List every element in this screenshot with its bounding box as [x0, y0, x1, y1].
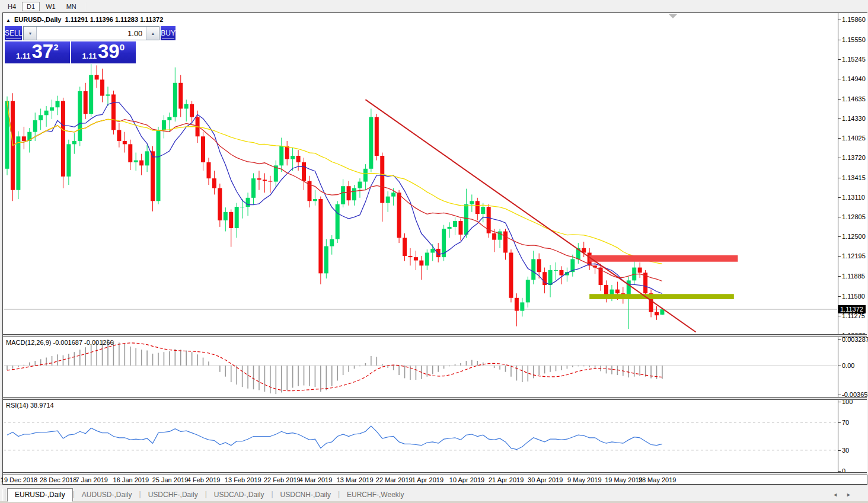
- chart-tab-audusd-daily[interactable]: AUDUSD-,Daily: [75, 489, 139, 501]
- axis-tick-mark: [838, 256, 841, 257]
- price-axis-label: 1.13415: [842, 174, 866, 181]
- price-axis-label: 1.14330: [842, 115, 866, 122]
- price-axis-label: 1.11885: [842, 273, 865, 280]
- price-axis-label: 1.14025: [842, 134, 866, 142]
- price-axis-label: 1.12195: [842, 252, 866, 259]
- axis-tick-mark: [838, 118, 841, 119]
- axis-tick-mark: [838, 402, 841, 402]
- volume-decrease-icon[interactable]: ▼: [24, 27, 37, 40]
- timeframe-toolbar: H4D1W1MN: [0, 0, 868, 12]
- axis-tick-mark: [838, 40, 841, 40]
- date-axis-label: 1 Apr 2019: [412, 476, 443, 483]
- axis-tick-mark: [838, 316, 841, 316]
- tab-scroll-left-icon[interactable]: ◄: [832, 492, 838, 498]
- date-axis-label: 19 May 2019: [605, 476, 643, 483]
- price-axis-label: 1.13720: [842, 154, 866, 161]
- axis-tick-mark: [838, 422, 841, 423]
- buy-price-prefix: 1.11: [82, 52, 97, 60]
- buy-price-sup: 0: [120, 42, 125, 52]
- sell-price-button[interactable]: 1.11 37 2: [5, 41, 70, 63]
- axis-tick-mark: [838, 276, 841, 277]
- date-axis-label: 4 Feb 2019: [187, 476, 221, 483]
- chart-tab-bar: EURUSD-,Daily|AUDUSD-,Daily|USDCHF-,Dail…: [0, 485, 868, 501]
- chart-tab-eurusd-daily[interactable]: EURUSD-,Daily: [7, 488, 73, 502]
- scroll-to-end-icon[interactable]: [669, 14, 677, 18]
- axis-tick-mark: [838, 296, 841, 297]
- trading-app-window: H4D1W1MN ▲EURUSD-,Daily 1.11291 1.11396 …: [0, 0, 868, 503]
- date-axis-label: 19 Dec 2018: [1, 476, 37, 483]
- price-axis-label: 1.12500: [842, 233, 866, 240]
- price-axis: 1.158601.155501.152451.149401.146351.143…: [838, 13, 867, 475]
- collapse-panel-arrow-icon[interactable]: ▲: [6, 18, 11, 23]
- price-axis-label: 1.15550: [842, 36, 866, 43]
- axis-tick-mark: [838, 450, 841, 451]
- date-axis-label: 22 Mar 2019: [376, 476, 413, 483]
- sell-price-big: 37: [32, 41, 54, 61]
- buy-price-big: 39: [98, 41, 120, 61]
- axis-tick-mark: [838, 236, 841, 237]
- chart-tab-usdchf-daily[interactable]: USDCHF-,Daily: [141, 489, 205, 501]
- price-axis-label: 1.14940: [842, 75, 866, 82]
- volume-input[interactable]: [37, 27, 146, 40]
- buy-price-button[interactable]: 1.11 39 0: [71, 41, 136, 63]
- axis-tick-mark: [838, 59, 841, 60]
- chart-symbol-label: EURUSD-,Daily: [14, 16, 61, 23]
- chart-ohlc-values: 1.11291 1.11396 1.11283 1.11372: [65, 16, 164, 23]
- timeframe-button-w1[interactable]: W1: [41, 2, 60, 11]
- sell-price-prefix: 1.11: [16, 52, 31, 60]
- price-axis-label: 1.12805: [842, 213, 866, 220]
- current-price-badge: 1.11372: [838, 305, 866, 313]
- price-axis-label: 1.14635: [842, 95, 866, 102]
- date-axis-label: 30 Apr 2019: [528, 476, 563, 483]
- chart-tab-usdcnh-daily[interactable]: USDCNH-,Daily: [273, 489, 338, 501]
- rsi-axis-label: 70: [842, 419, 849, 426]
- date-axis-label: 28 Dec 2018: [40, 476, 76, 483]
- pane-splitter-main-macd[interactable]: [3, 334, 867, 337]
- volume-increase-icon[interactable]: ▲: [146, 27, 159, 40]
- pane-splitter-rsi-dates: [3, 472, 867, 475]
- date-axis-label: 22 Feb 2019: [264, 476, 301, 483]
- axis-tick-mark: [838, 158, 841, 158]
- sell-button-label: SELL: [5, 29, 22, 37]
- sell-price-sup: 2: [53, 42, 58, 52]
- chart-tab-usdcad-daily[interactable]: USDCAD-,Daily: [207, 489, 272, 501]
- date-axis-label: 4 Mar 2019: [299, 476, 333, 483]
- toolbar-separator: [85, 2, 86, 11]
- axis-tick-mark: [838, 99, 841, 100]
- timeframe-button-d1[interactable]: D1: [22, 2, 40, 11]
- date-axis-label: 13 Mar 2019: [337, 476, 374, 483]
- chart-tab-eurchf-weekly[interactable]: EURCHF-,Weekly: [340, 489, 411, 501]
- chart-window[interactable]: [2, 12, 867, 485]
- axis-tick-mark: [838, 138, 841, 139]
- date-axis-label: 21 Apr 2019: [489, 476, 524, 483]
- buy-button-label: BUY: [161, 29, 175, 37]
- buy-button[interactable]: BUY: [161, 26, 175, 40]
- axis-tick-mark: [838, 79, 841, 79]
- axis-tick-mark: [838, 339, 841, 340]
- pane-splitter-macd-rsi[interactable]: [3, 397, 867, 400]
- date-axis-label: 10 Apr 2019: [449, 476, 484, 483]
- axis-tick-mark: [838, 197, 841, 198]
- tabbar-groove: [2, 489, 5, 501]
- date-axis-label: 9 May 2019: [567, 476, 601, 483]
- price-axis-label: 1.15860: [842, 16, 866, 23]
- macd-axis-label: 0.00: [842, 362, 854, 369]
- timeframe-button-h4[interactable]: H4: [3, 2, 21, 11]
- date-axis-label: 7 Jan 2019: [76, 476, 108, 483]
- chart-header: ▲EURUSD-,Daily 1.11291 1.11396 1.11283 1…: [6, 16, 163, 23]
- sell-button[interactable]: SELL: [5, 26, 22, 40]
- date-axis-label: 13 Feb 2019: [225, 476, 261, 483]
- date-axis: 19 Dec 201828 Dec 20187 Jan 201916 Jan 2…: [3, 475, 838, 484]
- timeframe-button-mn[interactable]: MN: [62, 2, 81, 11]
- price-axis-label: 1.11580: [842, 293, 865, 300]
- date-axis-label: 28 May 2019: [639, 476, 676, 483]
- axis-tick-mark: [838, 471, 841, 472]
- date-axis-label: 25 Jan 2019: [152, 476, 189, 483]
- axis-tick-mark: [838, 217, 841, 217]
- price-axis-label: 1.15245: [842, 56, 866, 63]
- one-click-trading-panel: SELL ▼ ▲ BUY 1.11 37 2 1.11 39 0: [5, 26, 136, 63]
- tab-scroll-right-icon[interactable]: ►: [846, 492, 851, 498]
- price-axis-label: 1.13110: [842, 194, 865, 201]
- rsi-axis-label: 30: [842, 447, 849, 454]
- macd-pane-title: MACD(12,26,9) -0.001687 -0.001266: [6, 339, 114, 346]
